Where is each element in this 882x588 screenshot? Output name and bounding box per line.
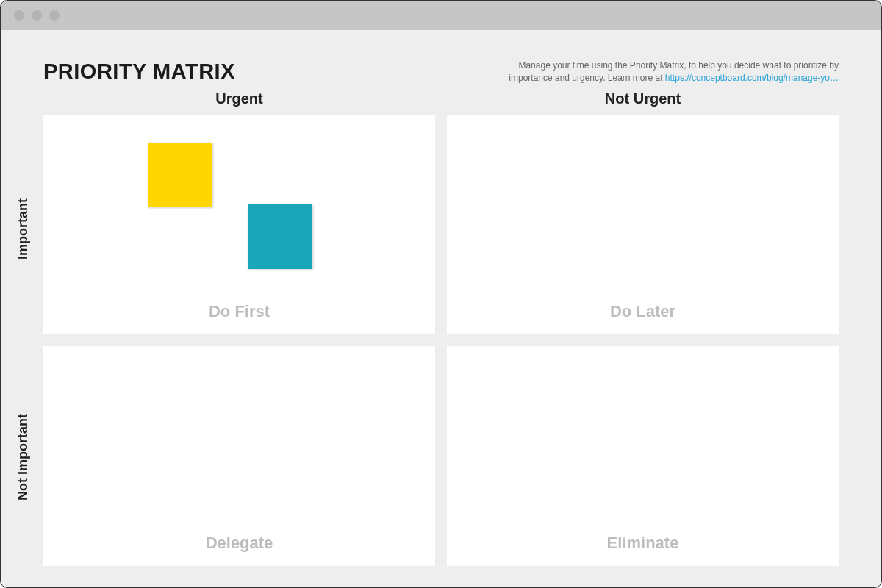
description: Manage your time using the Priority Matr… bbox=[486, 60, 839, 85]
window-control-minimize[interactable] bbox=[32, 10, 42, 21]
row-labels: Important Not Important bbox=[15, 121, 31, 566]
row-label-important: Important bbox=[15, 198, 31, 259]
window-control-close[interactable] bbox=[14, 10, 24, 21]
matrix-grid: Urgent Not Urgent Important Not Importan… bbox=[43, 90, 839, 566]
sticky-note-yellow[interactable] bbox=[148, 143, 212, 207]
browser-window: PRIORITY MATRIX Manage your time using t… bbox=[0, 0, 882, 588]
header: PRIORITY MATRIX Manage your time using t… bbox=[43, 60, 839, 85]
page-title: PRIORITY MATRIX bbox=[43, 60, 235, 84]
canvas-area[interactable]: PRIORITY MATRIX Manage your time using t… bbox=[1, 30, 881, 587]
quadrant-label: Do Later bbox=[610, 302, 675, 321]
quadrant-eliminate[interactable]: Eliminate bbox=[447, 346, 839, 566]
column-labels: Urgent Not Urgent bbox=[43, 90, 839, 107]
column-label-not-urgent: Not Urgent bbox=[447, 90, 839, 107]
sticky-note-teal[interactable] bbox=[248, 204, 312, 269]
quadrant-do-later[interactable]: Do Later bbox=[447, 115, 839, 334]
quadrant-delegate[interactable]: Delegate bbox=[43, 346, 435, 566]
quadrants: Do First Do Later Delegate Eliminate bbox=[43, 115, 839, 566]
quadrant-label: Do First bbox=[209, 302, 270, 321]
quadrant-do-first[interactable]: Do First bbox=[43, 115, 435, 334]
quadrant-label: Delegate bbox=[206, 534, 273, 553]
quadrant-label: Eliminate bbox=[607, 534, 679, 553]
window-control-maximize[interactable] bbox=[49, 10, 60, 21]
description-link[interactable]: https://conceptboard.com/blog/manage-yo… bbox=[665, 73, 839, 83]
row-label-not-important: Not Important bbox=[15, 414, 31, 501]
column-label-urgent: Urgent bbox=[43, 90, 435, 107]
window-titlebar bbox=[1, 1, 881, 30]
